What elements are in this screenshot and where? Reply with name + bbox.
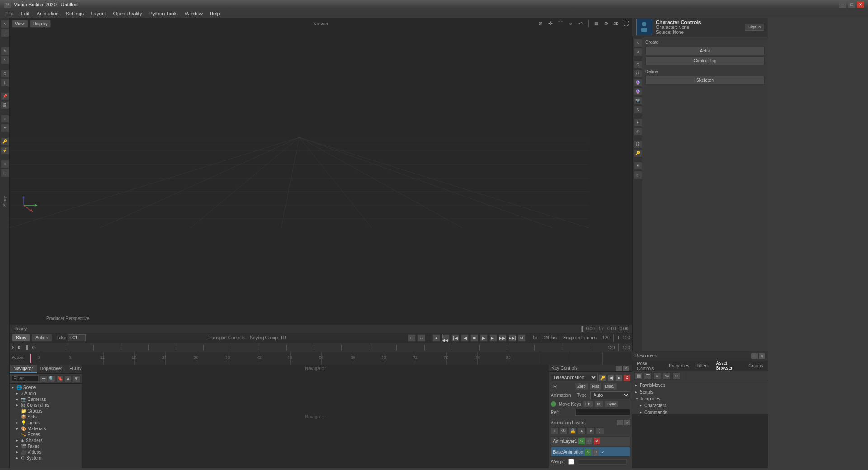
- sidebar-icon-3[interactable]: C: [634, 61, 642, 69]
- viewer[interactable]: View Display ⊕ ✛ ⌒ ○ ↶ ▦ ⚙ 2D ⛶: [10, 18, 632, 324]
- layer1-icon2[interactable]: □: [586, 438, 592, 444]
- sidebar-icon-12[interactable]: 🔑: [634, 149, 642, 157]
- tool-select-icon[interactable]: ↖: [1, 20, 9, 28]
- tab-groups[interactable]: Groups: [745, 362, 766, 369]
- layer-move-up-icon[interactable]: ▲: [578, 427, 586, 434]
- anim-prev-icon[interactable]: ◀: [608, 375, 614, 381]
- tab-dopesheet[interactable]: Dopesheet: [37, 365, 66, 373]
- tool-nav-icon[interactable]: ✦: [1, 124, 9, 132]
- prev-frame-btn[interactable]: ◀: [461, 334, 469, 342]
- menu-open-reality[interactable]: Open Reality: [109, 10, 146, 17]
- res-item-commands[interactable]: ▸ Commands: [632, 409, 768, 414]
- layer2-close[interactable]: ✓: [600, 449, 606, 455]
- tool-pin-icon[interactable]: 📌: [1, 92, 9, 100]
- story-timeline[interactable]: Navigator Navigator: [82, 365, 548, 468]
- tool-chain-icon[interactable]: ⛓: [1, 101, 9, 109]
- sidebar-icon-10[interactable]: ◎: [634, 127, 642, 136]
- tool-light-icon[interactable]: L: [1, 79, 9, 87]
- single-window-btn[interactable]: □: [408, 334, 416, 342]
- render-icon[interactable]: ⚙: [602, 19, 610, 28]
- timeline-marker[interactable]: [30, 354, 31, 363]
- menu-file[interactable]: File: [2, 10, 17, 17]
- tree-item-cameras[interactable]: ▸ 📷 Cameras: [10, 396, 82, 402]
- tab-fcurves[interactable]: FCurves: [66, 365, 82, 373]
- filter-list-icon[interactable]: ☰: [40, 375, 47, 382]
- next-key-btn[interactable]: ▶▶|: [499, 334, 507, 342]
- layer1-icon1[interactable]: S: [578, 438, 585, 444]
- menu-settings[interactable]: Settings: [62, 10, 88, 17]
- tree-item-scene[interactable]: ▸ 🌐 Scene: [10, 385, 82, 390]
- stop-btn[interactable]: ■: [470, 334, 478, 342]
- display-button[interactable]: Display: [30, 20, 51, 28]
- circle-icon[interactable]: ○: [566, 19, 575, 28]
- maximize-button[interactable]: □: [848, 1, 855, 8]
- next-frame-btn[interactable]: ▶|: [489, 334, 497, 342]
- menu-edit[interactable]: Edit: [17, 10, 33, 17]
- tab-pose-controls[interactable]: Pose Controls: [634, 360, 664, 372]
- res-detail-icon[interactable]: ≡: [653, 372, 661, 380]
- menu-layout[interactable]: Layout: [87, 10, 109, 17]
- tree-item-videos[interactable]: ▸ 🎥 Videos: [10, 449, 82, 455]
- tab-asset-browser[interactable]: Asset Browser: [713, 360, 744, 372]
- type-selector[interactable]: Auto: [590, 391, 630, 399]
- go-start-btn[interactable]: |◀◀: [442, 334, 450, 342]
- tree-item-groups[interactable]: 📁 Groups: [10, 408, 82, 414]
- action-row[interactable]: Action: 0 6 12 18 24 30 36 42 48 54 60 6…: [10, 352, 632, 365]
- res-item-characters[interactable]: ▸ Characters: [632, 402, 768, 409]
- sidebar-icon-13[interactable]: ☀: [634, 162, 642, 170]
- sync-btn[interactable]: Sync: [605, 401, 618, 407]
- menu-window[interactable]: Window: [181, 10, 206, 17]
- layer-eye-icon[interactable]: 👁: [560, 427, 568, 434]
- res-grid-icon[interactable]: ▦: [634, 372, 642, 380]
- layer1-close[interactable]: ✕: [594, 438, 600, 444]
- s-playhead[interactable]: [26, 345, 28, 350]
- resources-close-icon[interactable]: ✕: [759, 353, 765, 359]
- view-button[interactable]: View: [12, 20, 28, 28]
- sidebar-icon-9[interactable]: ✦: [634, 118, 642, 127]
- sidebar-icon-14[interactable]: ⊡: [634, 171, 642, 179]
- sidebar-icon-8[interactable]: S: [634, 106, 642, 114]
- kc-minimize-icon[interactable]: ─: [616, 366, 622, 371]
- anim-key-icon[interactable]: 🔑: [599, 375, 606, 381]
- sidebar-icon-5[interactable]: 🔮: [634, 79, 642, 87]
- nav-down-icon[interactable]: ▼: [73, 375, 80, 382]
- cursor-icon[interactable]: ✛: [547, 19, 555, 28]
- arc-icon[interactable]: ⌒: [557, 19, 565, 28]
- weight-checkbox[interactable]: [568, 459, 574, 465]
- filter-input[interactable]: [12, 375, 39, 382]
- layer2-icon1[interactable]: S: [585, 449, 591, 455]
- tool-snap-icon[interactable]: ⚡: [1, 146, 9, 155]
- tab-navigator[interactable]: Navigator: [10, 365, 37, 373]
- layer-animlayer1[interactable]: AnimLayer1 S □ ✕: [551, 436, 630, 446]
- tab-properties[interactable]: Properties: [666, 362, 692, 369]
- sidebar-icon-2[interactable]: ↺: [634, 48, 642, 56]
- tool-key-icon[interactable]: 🔑: [1, 137, 9, 146]
- tool-scale-icon[interactable]: ⤡: [1, 56, 9, 64]
- layer-settings-icon[interactable]: ⋮: [596, 427, 604, 434]
- sign-in-button[interactable]: Sign In: [745, 24, 764, 31]
- tree-item-sets[interactable]: 📦 Sets: [10, 414, 82, 420]
- tool-sphere-icon[interactable]: ○: [1, 115, 9, 123]
- anim-next-icon[interactable]: ▶: [616, 375, 622, 381]
- res-item-favris-moves[interactable]: ▸ FavrisMoves: [632, 382, 768, 389]
- res-item-templates[interactable]: ▼ Templates: [632, 395, 768, 402]
- skeleton-button[interactable]: Skeleton: [645, 76, 765, 85]
- close-button[interactable]: ✕: [857, 1, 864, 8]
- tool-transform-icon[interactable]: ✛: [1, 29, 9, 37]
- ik-btn[interactable]: IK: [595, 401, 604, 407]
- resources-minimize-icon[interactable]: ─: [751, 353, 758, 359]
- minimize-button[interactable]: ─: [839, 1, 846, 8]
- filter-search-icon[interactable]: 🔍: [48, 375, 55, 382]
- tree-item-lights[interactable]: ▸ 💡 Lights: [10, 420, 82, 426]
- tab-filters[interactable]: Filters: [694, 362, 712, 369]
- fullscreen-icon[interactable]: ⛶: [622, 19, 630, 28]
- tree-item-audio[interactable]: ▸ ♪ Audio: [10, 390, 82, 396]
- tree-item-system[interactable]: ▸ ⚙ System: [10, 455, 82, 461]
- dual-window-btn[interactable]: ▪▪: [417, 334, 425, 342]
- disc-btn[interactable]: Disc.: [603, 383, 617, 390]
- res-item-scripts[interactable]: ▸ Scripts: [632, 389, 768, 395]
- prev-key-btn[interactable]: |◀: [451, 334, 459, 342]
- menu-help[interactable]: Help: [206, 10, 224, 17]
- loop-btn[interactable]: ↺: [518, 334, 526, 342]
- layer-baseanimation[interactable]: BaseAnimation S □ ✓: [551, 447, 630, 457]
